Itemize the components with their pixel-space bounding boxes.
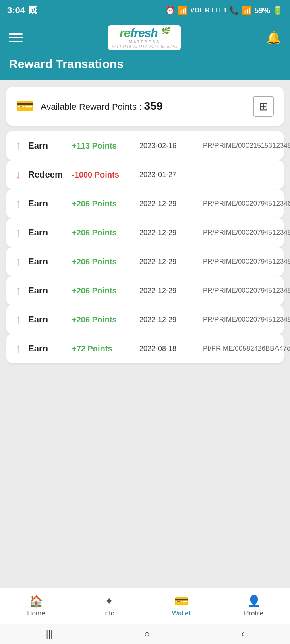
transaction-arrow: ↑: [15, 284, 21, 297]
transaction-type: Earn: [28, 343, 64, 354]
transaction-ref: PR/PRIME/000207945123457: [203, 287, 290, 295]
transaction-ref: PR/PRIME/000207945123456: [203, 316, 290, 324]
nav-icon-info: ✦: [104, 594, 114, 608]
bottom-nav-wrapper: 🏠 Home ✦ Info 💳 Wallet 👤 Profile ||| ○ ‹: [0, 588, 290, 644]
transaction-date: 2022-12-29: [139, 287, 196, 295]
main-content: 💳 Available Reward Points : 359 ⊞ ↑ Earn…: [0, 80, 290, 644]
call-icon: 📞: [229, 6, 239, 15]
transaction-arrow: ↑: [15, 255, 21, 268]
transaction-date: 2022-12-29: [139, 258, 196, 266]
transaction-date: 2022-12-29: [139, 200, 196, 208]
transaction-list: ↑ Earn +113 Points 2023-02-16 PR/PRIME/0…: [6, 131, 284, 363]
transaction-date: 2022-12-29: [139, 229, 196, 237]
nav-icon-profile: 👤: [247, 594, 261, 608]
transaction-type: Earn: [28, 256, 64, 267]
transaction-row: ↑ Earn +206 Points 2022-12-29 PR/PRIME/0…: [6, 189, 284, 218]
signal2-icon: 📶: [242, 6, 252, 15]
logo-tagline: SLEEP HEALTHY Wake beautiful: [112, 44, 177, 49]
back-btn[interactable]: ‹: [241, 629, 244, 639]
status-left: 3:04 🖼: [7, 5, 37, 16]
page-title-bar: Reward Transations: [0, 57, 290, 80]
alarm-icon: ⏰: [165, 6, 175, 15]
qr-code-icon[interactable]: ⊞: [253, 96, 274, 117]
logo-text: refresh 🌿: [120, 26, 169, 40]
hamburger-menu[interactable]: [9, 33, 23, 42]
status-bar: 3:04 🖼 ⏰ 📶 VOL R LTE1 📞 📶 59% 🔋: [0, 0, 290, 21]
home-btn[interactable]: ○: [144, 629, 149, 639]
transaction-points: +206 Points: [72, 286, 132, 295]
nav-item-info[interactable]: ✦ Info: [72, 588, 145, 624]
transaction-points: +113 Points: [72, 141, 132, 151]
transaction-arrow: ↓: [15, 168, 21, 181]
time: 3:04: [7, 5, 25, 16]
battery-icon: 🔋: [273, 6, 283, 15]
nav-label-info: Info: [103, 609, 114, 617]
transaction-date: 2023-02-16: [139, 142, 196, 150]
nav-label-wallet: Wallet: [172, 609, 191, 617]
logo: refresh 🌿 MATTRESS SLEEP HEALTHY Wake be…: [108, 25, 181, 50]
bottom-nav: 🏠 Home ✦ Info 💳 Wallet 👤 Profile: [0, 588, 290, 624]
transaction-arrow: ↑: [15, 139, 21, 152]
reward-points-card: 💳 Available Reward Points : 359 ⊞: [6, 87, 284, 126]
nav-icon-wallet: 💳: [174, 594, 188, 608]
nav-item-home[interactable]: 🏠 Home: [0, 588, 72, 624]
transaction-type: Earn: [28, 198, 64, 209]
nav-icon-home: 🏠: [29, 594, 44, 608]
recent-apps-btn[interactable]: |||: [46, 629, 53, 639]
transaction-date: 2022-08-18: [139, 345, 196, 353]
transaction-arrow: ↑: [15, 226, 21, 239]
transaction-ref: PR/PRIME/000207945123458: [203, 258, 290, 266]
battery: 59%: [254, 6, 270, 15]
transaction-type: Redeem: [28, 169, 64, 180]
transaction-row: ↑ Earn +206 Points 2022-12-29 PR/PRIME/0…: [6, 276, 284, 305]
transaction-type: Earn: [28, 140, 64, 151]
logo-sub: MATTRESS: [129, 40, 160, 44]
transaction-points: -1000 Points: [72, 170, 132, 180]
transaction-arrow: ↑: [15, 342, 21, 355]
nav-item-profile[interactable]: 👤 Profile: [218, 588, 290, 624]
nav-item-wallet[interactable]: 💳 Wallet: [145, 588, 218, 624]
transaction-points: +206 Points: [72, 228, 132, 237]
transaction-type: Earn: [28, 285, 64, 296]
header: refresh 🌿 MATTRESS SLEEP HEALTHY Wake be…: [0, 21, 290, 57]
photo-icon: 🖼: [28, 5, 37, 16]
transaction-row: ↓ Redeem -1000 Points 2023-01-27: [6, 160, 284, 189]
system-bar: ||| ○ ‹: [0, 624, 290, 644]
transaction-row: ↑ Earn +206 Points 2022-12-29 PR/PRIME/0…: [6, 218, 284, 247]
transaction-ref: PI/PRIME/00582426BBA47c: [203, 345, 290, 353]
transaction-points: +72 Points: [72, 344, 132, 353]
transaction-points: +206 Points: [72, 315, 132, 324]
wallet-icon: 💳: [16, 98, 34, 115]
transaction-points: +206 Points: [72, 199, 132, 208]
notification-bell[interactable]: 🔔: [266, 31, 281, 45]
page-title: Reward Transations: [9, 57, 281, 71]
transaction-ref: PR/PRIME/000207945123459: [203, 229, 290, 237]
transaction-ref: PR/PRIME/000207945123460: [203, 200, 290, 208]
nav-label-home: Home: [27, 609, 45, 617]
transaction-arrow: ↑: [15, 313, 21, 326]
transaction-date: 2022-12-29: [139, 316, 196, 324]
transaction-row: ↑ Earn +206 Points 2022-12-29 PR/PRIME/0…: [6, 305, 284, 334]
transaction-points: +206 Points: [72, 257, 132, 266]
reward-points: 359: [144, 100, 163, 112]
transaction-arrow: ↑: [15, 197, 21, 210]
signal-icon: VOL R LTE1: [190, 7, 227, 14]
transaction-row: ↑ Earn +72 Points 2022-08-18 PI/PRIME/00…: [6, 334, 284, 363]
status-right: ⏰ 📶 VOL R LTE1 📞 📶 59% 🔋: [165, 6, 283, 15]
transaction-row: ↑ Earn +113 Points 2023-02-16 PR/PRIME/0…: [6, 131, 284, 160]
transaction-type: Earn: [28, 314, 64, 325]
transaction-date: 2023-01-27: [139, 171, 196, 179]
reward-label: Available Reward Points : 359: [41, 100, 163, 113]
transaction-type: Earn: [28, 227, 64, 238]
transaction-row: ↑ Earn +206 Points 2022-12-29 PR/PRIME/0…: [6, 247, 284, 276]
wifi-icon: 📶: [178, 6, 188, 15]
transaction-ref: PR/PRIME/000215153123456: [203, 142, 290, 150]
reward-left: 💳 Available Reward Points : 359: [16, 98, 163, 115]
nav-label-profile: Profile: [244, 609, 263, 617]
